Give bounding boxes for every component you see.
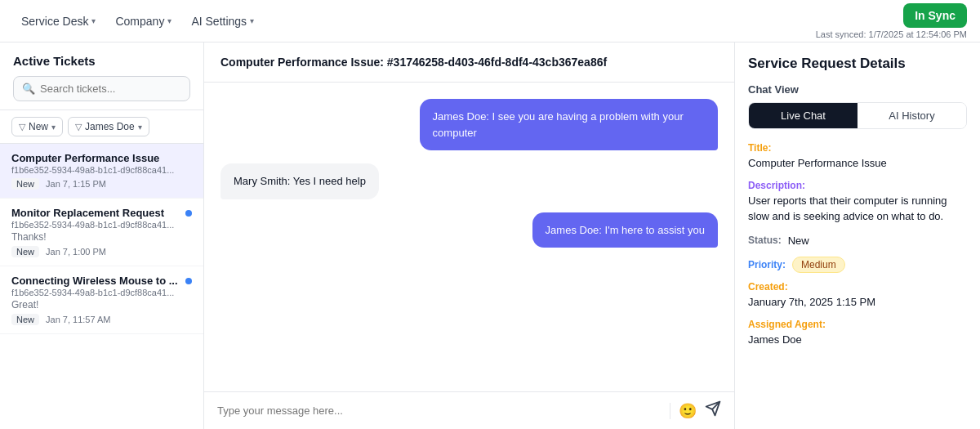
chevron-down-icon: ▾ (250, 16, 254, 25)
ticket-status-badge: New (11, 178, 39, 190)
created-label: Created: (748, 281, 967, 293)
assigned-label: Assigned Agent: (748, 319, 967, 330)
emoji-button[interactable]: 🙂 (679, 402, 697, 420)
ticket-preview: Great! (11, 299, 192, 311)
nav-service-desk[interactable]: Service Desk ▾ (13, 10, 104, 33)
filter-status-label: New (29, 121, 48, 132)
nav-ai-settings-label: AI Settings (191, 15, 247, 28)
priority-badge: Medium (792, 257, 845, 273)
description-value: User reports that their computer is runn… (748, 193, 967, 225)
chevron-down-icon: ▾ (51, 123, 56, 132)
ticket-title: Monitor Replacement Request (11, 207, 182, 219)
chat-area: Computer Performance Issue: #31746258-d4… (204, 42, 735, 429)
nav-company[interactable]: Company ▾ (107, 10, 180, 33)
nav-right: In Sync Last synced: 1/7/2025 at 12:54:0… (816, 3, 967, 39)
chat-header: Computer Performance Issue: #31746258-d4… (204, 42, 734, 83)
nav-ai-settings[interactable]: AI Settings ▾ (183, 10, 262, 33)
ticket-list: Computer Performance Issue f1b6e352-5934… (0, 144, 203, 429)
detail-title-row: Title: Computer Performance Issue (748, 142, 967, 172)
filter-row: ▽ New ▾ ▽ James Doe ▾ (0, 110, 203, 144)
main-layout: Active Tickets 🔍 ▽ New ▾ ▽ James Doe ▾ C… (0, 42, 980, 429)
detail-description-row: Description: User reports that their com… (748, 180, 967, 225)
description-label: Description: (748, 180, 967, 191)
right-panel: Service Request Details Chat View Live C… (735, 42, 980, 429)
tab-row: Live Chat AI History (748, 102, 967, 129)
filter-status-button[interactable]: ▽ New ▾ (11, 117, 63, 136)
ticket-preview: Thanks! (11, 231, 192, 243)
search-input[interactable] (40, 83, 181, 95)
chat-messages: James Doe: I see you are having a proble… (204, 83, 734, 391)
ticket-item[interactable]: Computer Performance Issue f1b6e352-5934… (0, 144, 203, 199)
detail-created-row: Created: January 7th, 2025 1:15 PM (748, 281, 967, 311)
sidebar: Active Tickets 🔍 ▽ New ▾ ▽ James Doe ▾ C… (0, 42, 204, 429)
title-label: Title: (748, 142, 967, 154)
sidebar-title: Active Tickets (13, 54, 190, 68)
ticket-time: Jan 7, 11:57 AM (46, 315, 111, 324)
right-panel-title: Service Request Details (748, 56, 967, 72)
ticket-item[interactable]: Connecting Wireless Mouse to ... f1b6e35… (0, 266, 203, 334)
filter-icon: ▽ (19, 122, 25, 132)
filter-icon: ▽ (75, 122, 82, 132)
chat-input[interactable] (217, 404, 662, 417)
detail-status-row: Status: New (748, 233, 967, 249)
title-value: Computer Performance Issue (748, 155, 967, 172)
ticket-id: f1b6e352-5934-49a8-b1c1-d9cf88ca41... (11, 220, 192, 230)
sync-time: Last synced: 1/7/2025 at 12:54:06 PM (816, 29, 967, 39)
sync-button[interactable]: In Sync (903, 3, 967, 28)
chat-message: James Doe: I'm here to assist you (532, 212, 718, 248)
search-box[interactable]: 🔍 (13, 76, 190, 101)
ticket-title: Connecting Wireless Mouse to ... (11, 275, 182, 287)
chat-input-area: 🙂 (204, 391, 734, 429)
sidebar-header: Active Tickets 🔍 (0, 42, 203, 110)
detail-priority-row: Priority: Medium (748, 257, 967, 273)
status-label: Status: (748, 235, 782, 246)
nav-company-label: Company (115, 15, 164, 28)
input-divider (670, 403, 670, 419)
unread-dot (185, 278, 192, 284)
nav-items: Service Desk ▾ Company ▾ AI Settings ▾ (13, 10, 816, 33)
created-value: January 7th, 2025 1:15 PM (748, 294, 967, 311)
chat-view-label: Chat View (748, 83, 967, 96)
send-button[interactable] (705, 400, 721, 421)
chevron-down-icon: ▾ (167, 16, 172, 25)
ticket-item[interactable]: Monitor Replacement Request f1b6e352-593… (0, 199, 203, 266)
tab-ai-history[interactable]: AI History (858, 103, 966, 128)
top-nav: Service Desk ▾ Company ▾ AI Settings ▾ I… (0, 0, 980, 42)
ticket-time: Jan 7, 1:00 PM (46, 247, 106, 257)
chat-message: Mary Smith: Yes I need help (220, 163, 379, 199)
filter-agent-label: James Doe (85, 121, 135, 132)
ticket-id: f1b6e352-5934-49a8-b1c1-d9cf88ca41... (11, 165, 192, 175)
ticket-title: Computer Performance Issue (11, 152, 192, 164)
chevron-down-icon: ▾ (138, 123, 142, 132)
ticket-id: f1b6e352-5934-49a8-b1c1-d9cf88ca41... (11, 288, 192, 297)
search-icon: 🔍 (22, 83, 35, 95)
status-value: New (788, 233, 809, 249)
detail-assigned-row: Assigned Agent: James Doe (748, 319, 967, 348)
ticket-status-badge: New (11, 314, 39, 325)
chevron-down-icon: ▾ (91, 16, 96, 25)
priority-label: Priority: (748, 259, 786, 270)
assigned-value: James Doe (748, 332, 967, 348)
nav-service-desk-label: Service Desk (21, 15, 88, 28)
ticket-time: Jan 7, 1:15 PM (46, 179, 106, 189)
ticket-status-badge: New (11, 246, 39, 257)
unread-dot (185, 210, 192, 217)
filter-agent-button[interactable]: ▽ James Doe ▾ (68, 117, 149, 136)
tab-live-chat[interactable]: Live Chat (749, 103, 858, 128)
chat-message: James Doe: I see you are having a proble… (420, 99, 718, 150)
